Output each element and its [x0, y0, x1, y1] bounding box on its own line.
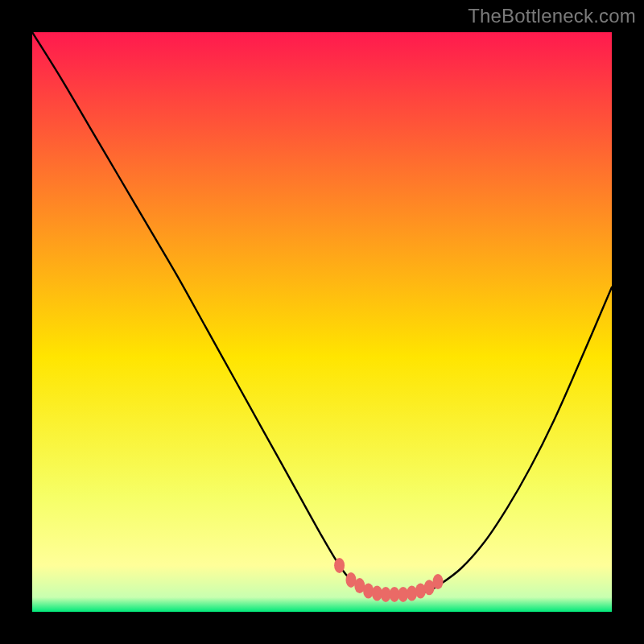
gradient-background — [32, 32, 612, 612]
highlight-dot — [433, 574, 444, 589]
watermark-text: TheBottleneck.com — [468, 5, 636, 27]
bottleneck-chart — [32, 32, 612, 612]
highlight-dot — [407, 585, 417, 601]
highlight-dot — [334, 558, 345, 573]
chart-frame: TheBottleneck.com — [0, 0, 644, 644]
highlight-dot — [363, 584, 374, 599]
